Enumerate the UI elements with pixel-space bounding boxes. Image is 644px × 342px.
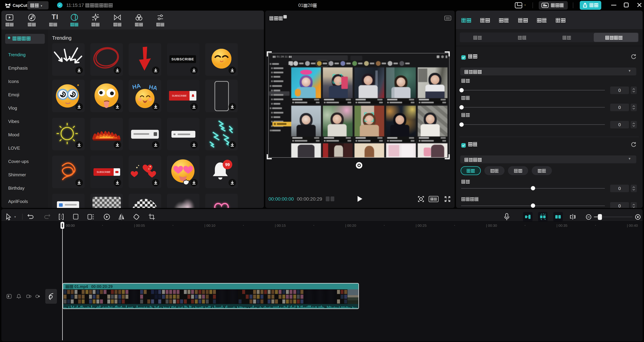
- svg-text:HA: HA: [132, 82, 141, 90]
- svg-text:99: 99: [225, 162, 230, 167]
- svg-text:HA: HA: [148, 84, 158, 92]
